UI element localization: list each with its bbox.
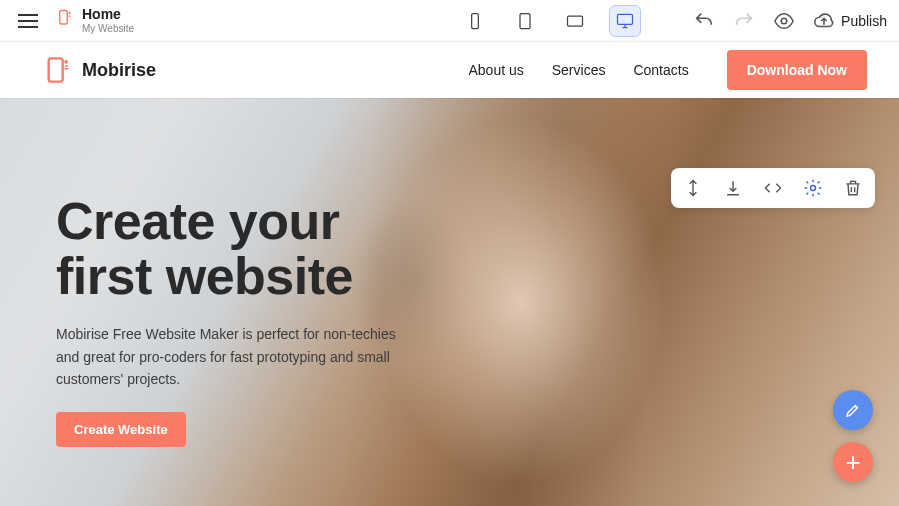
block-delete-button[interactable]: [841, 176, 865, 200]
svg-rect-3: [520, 13, 530, 28]
svg-point-1: [68, 12, 70, 14]
svg-point-6: [781, 18, 787, 24]
publish-button[interactable]: Publish: [813, 10, 887, 32]
nav-link-about[interactable]: About us: [468, 62, 523, 78]
block-tools-panel: [671, 168, 875, 208]
editor-canvas: Mobirise About us Services Contacts Down…: [0, 42, 899, 506]
publish-label: Publish: [841, 13, 887, 29]
device-tablet-portrait-button[interactable]: [509, 5, 541, 37]
svg-rect-0: [60, 11, 68, 25]
hero-block[interactable]: Create your first website Mobirise Free …: [0, 98, 899, 506]
svg-rect-2: [472, 13, 479, 28]
block-save-button[interactable]: [721, 176, 745, 200]
page-title: Home: [82, 7, 134, 22]
nav-link-contacts[interactable]: Contacts: [633, 62, 688, 78]
hero-cta-button[interactable]: Create Website: [56, 412, 186, 447]
app-toolbar: Home My Website Publish: [0, 0, 899, 42]
device-tablet-landscape-button[interactable]: [559, 5, 591, 37]
site-subtitle: My Website: [82, 23, 134, 34]
block-move-button[interactable]: [681, 176, 705, 200]
device-switcher: [459, 5, 641, 37]
nav-cta-button[interactable]: Download Now: [727, 50, 867, 90]
menu-button[interactable]: [12, 8, 44, 34]
svg-point-9: [811, 186, 816, 191]
mobirise-logo-icon: [56, 9, 74, 31]
site-navbar-block[interactable]: Mobirise About us Services Contacts Down…: [0, 42, 899, 98]
block-code-button[interactable]: [761, 176, 785, 200]
nav-link-services[interactable]: Services: [552, 62, 606, 78]
redo-button[interactable]: [733, 10, 755, 32]
site-brand-text: Mobirise: [82, 60, 156, 81]
edit-fab-button[interactable]: [833, 390, 873, 430]
block-settings-button[interactable]: [801, 176, 825, 200]
app-logo[interactable]: Home My Website: [56, 7, 134, 33]
preview-button[interactable]: [773, 10, 795, 32]
undo-button[interactable]: [693, 10, 715, 32]
hero-subtitle[interactable]: Mobirise Free Website Maker is perfect f…: [56, 323, 406, 390]
device-desktop-button[interactable]: [609, 5, 641, 37]
site-logo[interactable]: Mobirise: [44, 56, 156, 84]
add-block-fab-button[interactable]: +: [833, 442, 873, 482]
svg-point-8: [64, 60, 68, 64]
device-mobile-button[interactable]: [459, 5, 491, 37]
svg-rect-5: [618, 14, 633, 24]
svg-rect-7: [49, 58, 63, 81]
svg-rect-4: [568, 16, 583, 26]
hero-title[interactable]: Create your first website: [56, 194, 406, 303]
